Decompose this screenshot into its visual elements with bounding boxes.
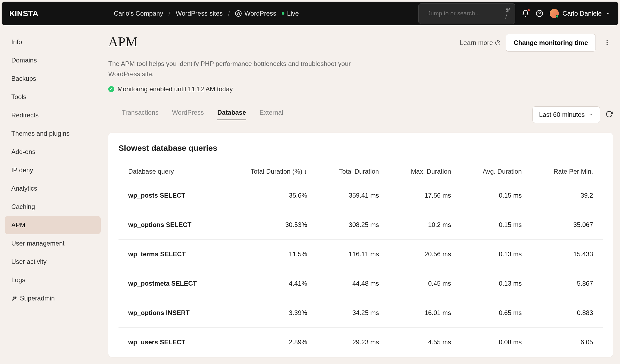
learn-more-link[interactable]: Learn more [460,39,500,47]
sidebar-item-user-management[interactable]: User management [5,234,101,253]
top-bar: KKinstaINSTA Carlo's Company / WordPress… [2,2,618,25]
cell-avg: 0.15 ms [461,210,532,239]
help-icon [536,10,543,17]
breadcrumb-separator: / [228,10,230,17]
time-range-label: Last 60 minutes [539,111,585,118]
column-header[interactable]: Max. Duration [389,162,461,181]
sidebar-item-analytics[interactable]: Analytics [5,179,101,198]
chevron-down-icon [605,11,611,16]
cell-pct: 30.53% [225,210,317,239]
sidebar-item-themes-and-plugins[interactable]: Themes and plugins [5,124,101,143]
column-header[interactable]: Total Duration [317,162,389,181]
cell-total: 308.25 ms [317,210,389,239]
cell-max: 4.55 ms [389,327,461,357]
cell-avg: 0.08 ms [461,327,532,357]
breadcrumb-env-label: Live [287,10,299,17]
time-range-select[interactable]: Last 60 minutes [532,106,600,123]
cell-query: wp_terms SELECT [119,239,225,269]
column-header[interactable]: Avg. Duration [461,162,532,181]
refresh-button[interactable] [605,110,613,119]
cell-query: wp_postmeta SELECT [119,269,225,298]
tab-external[interactable]: External [260,109,283,120]
sidebar-item-add-ons[interactable]: Add-ons [5,143,101,161]
cell-avg: 0.13 ms [461,239,532,269]
page-description: The APM tool helps you identify PHP perf… [108,59,378,79]
more-options-button[interactable] [601,37,613,49]
svg-point-6 [607,40,608,41]
cell-rate: 5.867 [531,269,603,298]
breadcrumb-sites[interactable]: WordPress sites [176,10,222,17]
monitoring-status: ✓ Monitoring enabled until 11:12 AM toda… [108,85,613,93]
sidebar-item-caching[interactable]: Caching [5,198,101,216]
more-vertical-icon [604,39,610,46]
change-monitoring-time-button[interactable]: Change monitoring time [506,34,596,52]
sidebar: InfoDomainsBackupsToolsRedirectsThemes a… [2,29,104,357]
cell-rate: 15.433 [531,239,603,269]
sidebar-item-user-activity[interactable]: User activity [5,253,101,271]
search-box[interactable]: ⌘ / [418,3,515,24]
sidebar-item-apm[interactable]: APM [5,216,101,234]
chevron-down-icon [588,112,593,117]
search-shortcut: ⌘ / [506,7,511,20]
breadcrumb-site-label: WordPress [244,10,276,17]
sidebar-item-logs[interactable]: Logs [5,271,101,289]
cell-query: wp_options INSERT [119,298,225,327]
cell-pct: 35.6% [225,181,317,210]
cell-total: 116.11 ms [317,239,389,269]
svg-point-8 [607,44,608,45]
breadcrumb-site[interactable]: W WordPress [235,10,276,17]
cell-total: 34.25 ms [317,298,389,327]
table-row[interactable]: wp_options INSERT3.39%34.25 ms16.01 ms0.… [119,298,603,327]
notification-dot-icon [528,9,530,11]
learn-more-label: Learn more [460,39,493,47]
header-actions: Learn more Change monitoring time [460,34,613,52]
column-header[interactable]: Rate Per Min. [531,162,603,181]
cell-rate: 39.2 [531,181,603,210]
sidebar-item-superadmin[interactable]: Superadmin [5,289,101,307]
sidebar-item-info[interactable]: Info [5,33,101,51]
cell-rate: 35.067 [531,210,603,239]
table-row[interactable]: wp_users SELECT2.89%29.23 ms4.55 ms0.08 … [119,327,603,357]
tab-database[interactable]: Database [217,109,246,120]
cell-max: 0.45 ms [389,269,461,298]
cell-rate: 0.883 [531,298,603,327]
cell-avg: 0.15 ms [461,181,532,210]
search-input[interactable] [428,10,502,17]
help-circle-icon [495,40,500,46]
column-header[interactable]: Database query [119,162,225,181]
cell-rate: 6.05 [531,327,603,357]
user-name: Carlo Daniele [563,10,602,17]
notifications-button[interactable] [522,10,529,17]
sidebar-item-ip-deny[interactable]: IP deny [5,161,101,179]
svg-point-7 [607,42,608,43]
sidebar-item-backups[interactable]: Backups [5,69,101,88]
cell-avg: 0.13 ms [461,269,532,298]
check-circle-icon: ✓ [108,86,114,92]
table-row[interactable]: wp_postmeta SELECT4.41%44.48 ms0.45 ms0.… [119,269,603,298]
card-title: Slowest database queries [119,144,603,153]
cell-max: 16.01 ms [389,298,461,327]
main-content: APM Learn more Change monitoring time Th… [104,29,618,357]
cell-avg: 0.65 ms [461,298,532,327]
tab-wordpress[interactable]: WordPress [172,109,204,120]
status-text: Monitoring enabled until 11:12 AM today [117,85,233,93]
table-row[interactable]: wp_posts SELECT35.6%359.41 ms17.56 ms0.1… [119,181,603,210]
topbar-right: ⌘ / Carlo Daniele [418,3,611,24]
live-status-dot-icon [282,12,284,15]
sidebar-item-tools[interactable]: Tools [5,88,101,106]
table-row[interactable]: wp_terms SELECT11.5%116.11 ms20.56 ms0.1… [119,239,603,269]
user-menu[interactable]: Carlo Daniele [550,9,611,18]
sidebar-item-redirects[interactable]: Redirects [5,106,101,124]
tab-transactions[interactable]: Transactions [122,109,159,120]
breadcrumb-company[interactable]: Carlo's Company [114,10,163,17]
breadcrumb-environment[interactable]: Live [282,10,299,17]
help-button[interactable] [536,10,543,17]
cell-max: 10.2 ms [389,210,461,239]
queries-table: Database queryTotal Duration (%)↓Total D… [119,162,603,357]
table-row[interactable]: wp_options SELECT30.53%308.25 ms10.2 ms0… [119,210,603,239]
sidebar-item-domains[interactable]: Domains [5,51,101,69]
cell-pct: 2.89% [225,327,317,357]
column-header[interactable]: Total Duration (%)↓ [225,162,317,181]
refresh-icon [605,110,613,118]
logo[interactable]: KKinstaINSTA [9,9,38,18]
